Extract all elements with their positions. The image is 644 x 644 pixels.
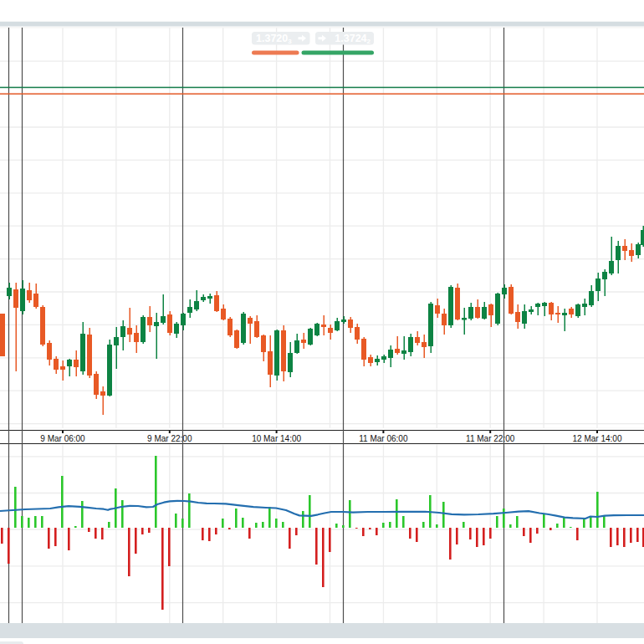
svg-text:9 Mar 06:00: 9 Mar 06:00 [40, 434, 85, 443]
svg-text:11 Mar 06:00: 11 Mar 06:00 [359, 434, 408, 443]
svg-text:12 Mar 14:00: 12 Mar 14:00 [573, 434, 622, 443]
svg-text:11 Mar 22:00: 11 Mar 22:00 [466, 434, 515, 443]
svg-text:9 Mar 22:00: 9 Mar 22:00 [147, 434, 192, 443]
svg-text:1.37242: 1.37242 [335, 33, 371, 45]
svg-text:10 Mar 14:00: 10 Mar 14:00 [252, 434, 301, 443]
svg-text:1.37203: 1.37203 [256, 33, 292, 45]
